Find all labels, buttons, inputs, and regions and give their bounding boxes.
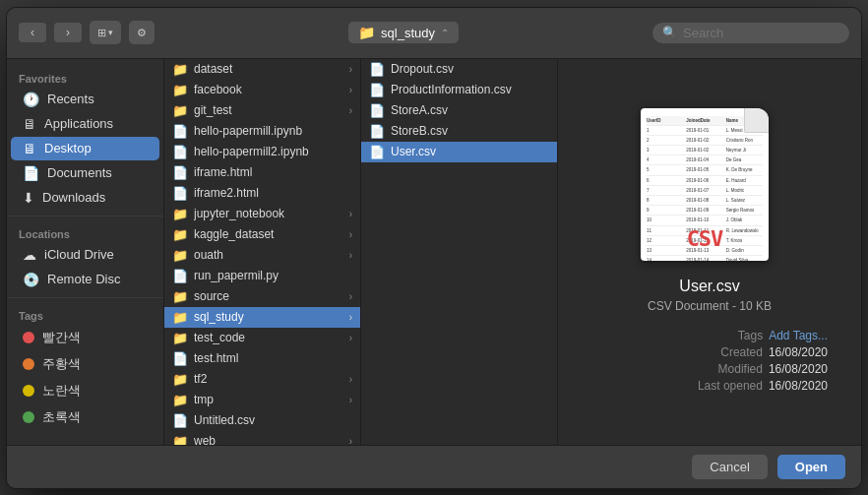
sidebar-item-label: Documents bbox=[47, 165, 112, 180]
file-icon: 📄 bbox=[172, 165, 188, 180]
file-icon: 📄 bbox=[172, 124, 188, 139]
list-item[interactable]: 📄iframe2.html bbox=[164, 183, 360, 204]
list-item[interactable]: 📄User.csv bbox=[361, 142, 557, 162]
sidebar-item-tag-red[interactable]: 빨간색 bbox=[11, 325, 159, 350]
list-item[interactable]: 📁jupyter_notebook› bbox=[164, 204, 360, 224]
sidebar-item-label: Applications bbox=[44, 116, 113, 131]
sidebar-item-downloads[interactable]: ⬇ Downloads bbox=[11, 186, 159, 210]
sidebar-item-label: Desktop bbox=[44, 141, 92, 155]
file-name-label: dataset bbox=[194, 62, 343, 76]
last-opened-meta-label: Last opened bbox=[698, 379, 763, 393]
sidebar-item-label: Downloads bbox=[42, 190, 105, 205]
list-item[interactable]: 📄StoreA.csv bbox=[361, 100, 557, 121]
sidebar-item-recents[interactable]: 🕐 Recents bbox=[11, 88, 159, 111]
sidebar: Favorites 🕐 Recents 🖥 Applications 🖥 Des… bbox=[7, 59, 164, 445]
location-chevron-icon: ⌃ bbox=[441, 28, 449, 38]
list-item[interactable]: 📁dataset› bbox=[164, 59, 360, 80]
list-item[interactable]: 📁kaggle_dataset› bbox=[164, 224, 360, 245]
add-tags-link[interactable]: Add Tags... bbox=[769, 329, 828, 342]
sidebar-item-remote[interactable]: 💿 Remote Disc bbox=[11, 268, 159, 291]
file-name-label: test_code bbox=[194, 331, 343, 344]
sidebar-item-icloud[interactable]: ☁ iCloud Drive bbox=[11, 243, 159, 267]
open-button[interactable]: Open bbox=[777, 455, 845, 479]
list-item[interactable]: 📄iframe.html bbox=[164, 162, 360, 183]
list-item[interactable]: 📄run_papermil.py bbox=[164, 266, 360, 286]
orange-tag-dot bbox=[23, 358, 34, 370]
file-name-label: run_papermil.py bbox=[194, 269, 352, 282]
sidebar-item-tag-orange[interactable]: 주황색 bbox=[11, 351, 159, 377]
list-item[interactable]: 📄hello-papermill.ipynb bbox=[164, 121, 360, 142]
back-button[interactable]: ‹ bbox=[19, 23, 46, 42]
red-tag-dot bbox=[23, 332, 34, 343]
file-name-label: jupyter_notebook bbox=[194, 207, 343, 220]
desktop-icon: 🖥 bbox=[23, 141, 36, 156]
file-name-label: iframe2.html bbox=[194, 186, 352, 200]
green-tag-dot bbox=[23, 411, 34, 423]
chevron-right-icon: › bbox=[349, 395, 352, 405]
list-item[interactable]: 📁web› bbox=[164, 431, 360, 445]
csv-label: CSV bbox=[687, 226, 723, 251]
list-item[interactable]: 📄StoreB.csv bbox=[361, 121, 557, 142]
sidebar-item-tag-green[interactable]: 초록색 bbox=[11, 404, 159, 430]
tags-meta-label: Tags bbox=[738, 329, 763, 342]
sidebar-item-label: iCloud Drive bbox=[44, 247, 114, 262]
file-name-label: Untitled.csv bbox=[194, 413, 352, 427]
content-area: Favorites 🕐 Recents 🖥 Applications 🖥 Des… bbox=[7, 59, 861, 445]
file-name-label: Dropout.csv bbox=[391, 62, 549, 76]
list-item[interactable]: 📁sql_study› bbox=[164, 307, 360, 328]
applications-icon: 🖥 bbox=[23, 116, 36, 132]
file-icon: 📄 bbox=[172, 413, 188, 428]
chevron-right-icon: › bbox=[349, 291, 352, 302]
folder-icon: 📁 bbox=[358, 25, 375, 40]
file-name-label: hello-papermill2.ipynb bbox=[194, 145, 352, 158]
file-name-label: hello-papermill.ipynb bbox=[194, 124, 352, 138]
right-file-column: 📄Dropout.csv📄ProductInformation.csv📄Stor… bbox=[361, 59, 558, 445]
folder-icon: 📁 bbox=[172, 103, 188, 118]
sidebar-item-label: Remote Disc bbox=[47, 272, 120, 286]
sidebar-item-desktop[interactable]: 🖥 Desktop bbox=[11, 137, 159, 160]
search-input[interactable] bbox=[683, 26, 839, 40]
created-row: Created 16/08/2020 bbox=[591, 345, 828, 359]
sidebar-item-applications[interactable]: 🖥 Applications bbox=[11, 112, 159, 136]
file-name-label: User.csv bbox=[391, 145, 549, 158]
list-item[interactable]: 📁facebook› bbox=[164, 80, 360, 100]
sidebar-item-label: Recents bbox=[47, 92, 94, 106]
gear-icon: ⚙ bbox=[137, 27, 147, 39]
list-item[interactable]: 📄Untitled.csv bbox=[164, 410, 360, 431]
list-item[interactable]: 📄hello-papermill2.ipynb bbox=[164, 142, 360, 162]
list-item[interactable]: 📄Dropout.csv bbox=[361, 59, 557, 80]
toolbar: ‹ › ⊞ ▾ ⚙ 📁 sql_study ⌃ 🔍 bbox=[7, 8, 861, 59]
view-toggle-button[interactable]: ⊞ ▾ bbox=[90, 21, 121, 44]
forward-button[interactable]: › bbox=[54, 23, 82, 42]
list-item[interactable]: 📁tmp› bbox=[164, 390, 360, 410]
sidebar-item-documents[interactable]: 📄 Documents bbox=[11, 161, 159, 185]
list-item[interactable]: 📁test_code› bbox=[164, 328, 360, 348]
forward-icon: › bbox=[66, 26, 70, 39]
preview-filename: User.csv bbox=[679, 278, 739, 295]
cancel-button[interactable]: Cancel bbox=[692, 455, 767, 479]
search-box[interactable]: 🔍 bbox=[652, 23, 849, 43]
folder-icon: 📁 bbox=[172, 372, 188, 387]
list-item[interactable]: 📄test.html bbox=[164, 348, 360, 369]
file-name-label: StoreB.csv bbox=[391, 124, 549, 138]
folder-icon: 📁 bbox=[172, 331, 188, 345]
icloud-icon: ☁ bbox=[23, 247, 36, 263]
list-item[interactable]: 📄ProductInformation.csv bbox=[361, 80, 557, 100]
list-item[interactable]: 📁ouath› bbox=[164, 245, 360, 266]
file-name-label: ProductInformation.csv bbox=[391, 83, 549, 96]
list-item[interactable]: 📁git_test› bbox=[164, 100, 360, 121]
location-pill[interactable]: 📁 sql_study ⌃ bbox=[348, 22, 459, 43]
chevron-right-icon: › bbox=[349, 229, 352, 240]
file-dialog: ‹ › ⊞ ▾ ⚙ 📁 sql_study ⌃ 🔍 Favori bbox=[6, 7, 862, 489]
csv-file-icon: 📄 bbox=[369, 103, 385, 118]
chevron-right-icon: › bbox=[349, 333, 352, 343]
list-item[interactable]: 📁tf2› bbox=[164, 369, 360, 390]
folder-icon: 📁 bbox=[172, 62, 188, 77]
action-button[interactable]: ⚙ bbox=[129, 21, 155, 44]
downloads-icon: ⬇ bbox=[23, 190, 34, 206]
folder-icon: 📁 bbox=[172, 393, 188, 407]
list-item[interactable]: 📁source› bbox=[164, 286, 360, 307]
file-icon: 📄 bbox=[172, 269, 188, 283]
favorites-label: Favorites bbox=[7, 67, 163, 87]
sidebar-item-tag-yellow[interactable]: 노란색 bbox=[11, 378, 159, 403]
